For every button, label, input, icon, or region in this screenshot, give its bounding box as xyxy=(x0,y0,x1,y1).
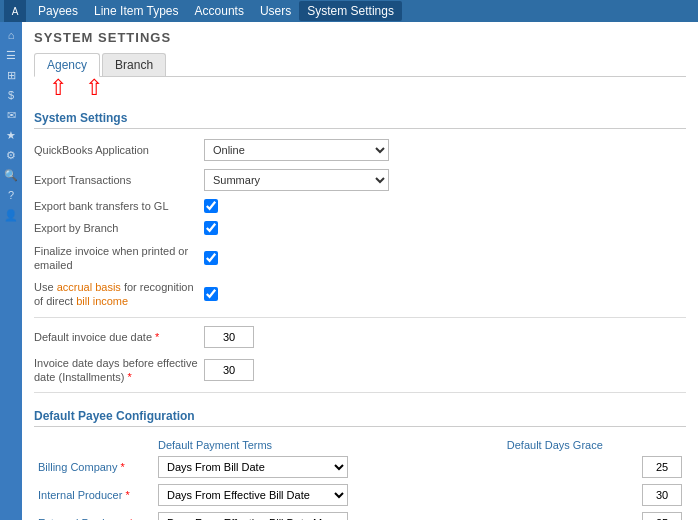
export-branch-row: Export by Branch xyxy=(34,221,686,235)
sidebar-icon-home[interactable]: ⌂ xyxy=(2,26,20,44)
nav-item-system-settings[interactable]: System Settings xyxy=(299,1,402,21)
internal-producer-days-grace-cell xyxy=(503,481,686,509)
billing-company-label: Billing Company * xyxy=(34,453,154,481)
internal-producer-days-grace-input[interactable] xyxy=(642,484,682,506)
sidebar-icon-gear[interactable]: ⚙ xyxy=(2,146,20,164)
default-invoice-due-row: Default invoice due date * 30 xyxy=(34,326,686,348)
invoice-date-days-input[interactable]: 30 xyxy=(204,359,254,381)
export-bank-row: Export bank transfers to GL xyxy=(34,199,686,213)
sidebar: ⌂ ☰ ⊞ $ ✉ ★ ⚙ 🔍 ? 👤 xyxy=(0,22,22,520)
main-content: SYSTEM SETTINGS Agency Branch ⇧ ⇧ System… xyxy=(22,22,698,520)
invoice-date-days-row: Invoice date days before effective date … xyxy=(34,356,686,385)
tab-branch[interactable]: Branch xyxy=(102,53,166,76)
accrual-basis-checkbox[interactable] xyxy=(204,287,218,301)
export-branch-checkbox[interactable] xyxy=(204,221,218,235)
top-nav: A Payees Line Item Types Accounts Users … xyxy=(0,0,698,22)
payee-section-title: Default Payee Configuration xyxy=(34,409,686,427)
payee-table: Default Payment Terms Default Days Grace… xyxy=(34,437,686,520)
external-producer-payment-select[interactable]: Days From Bill Date Days From Effective … xyxy=(158,512,348,520)
sidebar-icon-list[interactable]: ☰ xyxy=(2,46,20,64)
quickbooks-row: QuickBooks Application Online Desktop xyxy=(34,139,686,161)
accrual-basis-row: Use accrual basis for recognition of dir… xyxy=(34,280,686,309)
nav-item-accounts[interactable]: Accounts xyxy=(187,1,252,21)
quickbooks-label: QuickBooks Application xyxy=(34,143,204,157)
nav-logo: A xyxy=(4,0,26,22)
payee-col-empty xyxy=(34,437,154,453)
payee-section: Default Payee Configuration Default Paym… xyxy=(34,409,686,520)
internal-producer-payment-select[interactable]: Days From Bill Date Days From Effective … xyxy=(158,484,348,506)
export-transactions-label: Export Transactions xyxy=(34,173,204,187)
internal-producer-payment-cell: Days From Bill Date Days From Effective … xyxy=(154,481,503,509)
external-producer-days-grace-cell xyxy=(503,509,686,520)
sidebar-icon-help[interactable]: ? xyxy=(2,186,20,204)
export-bank-checkbox[interactable] xyxy=(204,199,218,213)
payee-col-days-grace: Default Days Grace xyxy=(503,437,686,453)
invoice-date-days-label: Invoice date days before effective date … xyxy=(34,356,204,385)
quickbooks-select[interactable]: Online Desktop xyxy=(204,139,389,161)
export-bank-label: Export bank transfers to GL xyxy=(34,199,204,213)
accrual-basis-label: Use accrual basis for recognition of dir… xyxy=(34,280,204,309)
export-branch-label: Export by Branch xyxy=(34,221,204,235)
internal-producer-label: Internal Producer * xyxy=(34,481,154,509)
nav-item-users[interactable]: Users xyxy=(252,1,299,21)
sidebar-icon-user[interactable]: 👤 xyxy=(2,206,20,224)
billing-company-payment-select[interactable]: Days From Bill Date Days From Effective … xyxy=(158,456,348,478)
payee-row-external: External Producer * Days From Bill Date … xyxy=(34,509,686,520)
payee-row-billing: Billing Company * Days From Bill Date Da… xyxy=(34,453,686,481)
tab-agency[interactable]: Agency xyxy=(34,53,100,77)
arrow-branch-icon: ⇧ xyxy=(85,77,103,99)
external-producer-payment-cell: Days From Bill Date Days From Effective … xyxy=(154,509,503,520)
sidebar-icon-money[interactable]: $ xyxy=(2,86,20,104)
sidebar-icon-mail[interactable]: ✉ xyxy=(2,106,20,124)
tabs: Agency Branch xyxy=(34,53,686,77)
default-invoice-due-label: Default invoice due date * xyxy=(34,330,204,344)
payee-row-internal: Internal Producer * Days From Bill Date … xyxy=(34,481,686,509)
sidebar-icon-star[interactable]: ★ xyxy=(2,126,20,144)
page-title: SYSTEM SETTINGS xyxy=(34,30,686,45)
arrow-agency-icon: ⇧ xyxy=(49,77,67,99)
payee-col-payment-terms: Default Payment Terms xyxy=(154,437,503,453)
section-title-system-settings: System Settings xyxy=(34,111,686,129)
sidebar-icon-search[interactable]: 🔍 xyxy=(2,166,20,184)
export-transactions-select[interactable]: Summary Detail xyxy=(204,169,389,191)
billing-company-days-grace-cell xyxy=(503,453,686,481)
export-transactions-row: Export Transactions Summary Detail xyxy=(34,169,686,191)
nav-item-line-item-types[interactable]: Line Item Types xyxy=(86,1,187,21)
external-producer-label: External Producer * xyxy=(34,509,154,520)
finalize-invoice-label: Finalize invoice when printed or emailed xyxy=(34,244,204,273)
arrows-row: ⇧ ⇧ xyxy=(34,81,686,111)
default-invoice-due-input[interactable]: 30 xyxy=(204,326,254,348)
sidebar-icon-grid[interactable]: ⊞ xyxy=(2,66,20,84)
finalize-invoice-checkbox[interactable] xyxy=(204,251,218,265)
billing-company-days-grace-input[interactable] xyxy=(642,456,682,478)
finalize-invoice-row: Finalize invoice when printed or emailed xyxy=(34,244,686,273)
billing-company-payment-cell: Days From Bill Date Days From Effective … xyxy=(154,453,503,481)
external-producer-days-grace-input[interactable] xyxy=(642,512,682,520)
nav-item-payees[interactable]: Payees xyxy=(30,1,86,21)
